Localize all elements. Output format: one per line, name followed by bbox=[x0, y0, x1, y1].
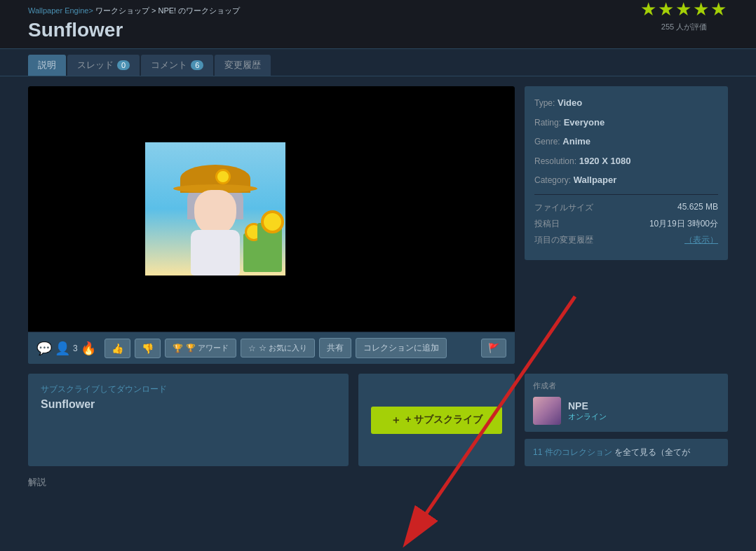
description-label: 解説 bbox=[28, 476, 728, 489]
tab-threads[interactable]: スレッド 0 bbox=[67, 55, 140, 76]
action-bar: 💬 👤 3 🔥 👍 👎 🏆 🏆 アワード ☆ ☆ お気に入り 共有 コレクション… bbox=[28, 332, 515, 364]
author-box: 作成者 NPE オンライン bbox=[525, 374, 728, 432]
tab-history[interactable]: 変更履歴 bbox=[215, 55, 271, 76]
collection-box: 11 件のコレクション を全て見る（全てが bbox=[525, 439, 728, 466]
threads-badge: 0 bbox=[117, 60, 130, 70]
collection-link[interactable]: 11 件のコレクション bbox=[533, 447, 612, 457]
author-avatar-image bbox=[533, 397, 561, 425]
person-emoji-icon: 👤 bbox=[55, 341, 70, 356]
author-name[interactable]: NPE bbox=[568, 400, 607, 411]
bg-sunflower-1 bbox=[257, 223, 282, 272]
info-sidebar: Type: Video Rating: Everyone Genre: Anim… bbox=[525, 86, 728, 364]
author-status: オンライン bbox=[568, 411, 607, 422]
author-info: NPE オンライン bbox=[533, 397, 720, 425]
emoji-count: 3 bbox=[73, 343, 78, 353]
author-header-label: 作成者 bbox=[533, 381, 720, 391]
subscribe-left: サブスクライブしてダウンロード Sunflower bbox=[28, 374, 349, 466]
star-icon: ☆ bbox=[248, 343, 256, 353]
fire-emoji-icon: 🔥 bbox=[81, 341, 96, 356]
main-preview-panel: 💬 👤 3 🔥 👍 👎 🏆 🏆 アワード ☆ ☆ お気に入り 共有 コレクション… bbox=[28, 86, 515, 364]
preview-area bbox=[28, 86, 515, 332]
subscribe-button[interactable]: ＋ + サブスクライブ bbox=[371, 407, 502, 434]
description-section: 解説 bbox=[0, 476, 756, 503]
info-updated: 投稿日 10月19日 3時00分 bbox=[534, 218, 718, 230]
rating-count: 255 人が評価 bbox=[640, 22, 728, 32]
info-changelog: 項目の変更履歴 （表示） bbox=[534, 234, 718, 246]
info-box: Type: Video Rating: Everyone Genre: Anim… bbox=[525, 86, 728, 260]
subscribe-label: サブスクライブしてダウンロード bbox=[41, 383, 336, 395]
subscribe-item-title: Sunflower bbox=[41, 398, 336, 411]
emoji-icons: 💬 👤 3 🔥 bbox=[36, 341, 96, 356]
breadcrumb: Wallpaper Engine> ワークショップ > NPE! のワークショッ… bbox=[28, 6, 240, 16]
collection-text: 11 件のコレクション を全て見る（全てが bbox=[533, 446, 720, 459]
info-rating: Rating: Everyone bbox=[534, 116, 718, 130]
comments-badge: 6 bbox=[191, 60, 203, 70]
face bbox=[194, 190, 236, 236]
info-genre: Genre: Anime bbox=[534, 135, 718, 149]
body bbox=[191, 230, 240, 276]
info-resolution: Resolution: 1920 X 1080 bbox=[534, 154, 718, 168]
subscribe-right-spacer: 作成者 NPE オンライン 11 件のコレクション を全て見る（全てが bbox=[525, 374, 728, 466]
flag-button[interactable]: 🚩 bbox=[481, 339, 506, 358]
collection-button[interactable]: コレクションに追加 bbox=[356, 338, 447, 358]
award-button[interactable]: 🏆 🏆 アワード bbox=[165, 339, 236, 358]
tab-comments[interactable]: コメント 6 bbox=[141, 55, 213, 76]
info-type: Type: Video bbox=[534, 96, 718, 110]
chat-emoji-icon: 💬 bbox=[36, 341, 52, 356]
changelog-link[interactable]: （表示） bbox=[684, 234, 718, 246]
author-avatar bbox=[533, 397, 561, 425]
subscribe-section: サブスクライブしてダウンロード Sunflower ＋ + サブスクライブ 作成… bbox=[0, 374, 756, 466]
thumbdown-button[interactable]: 👎 bbox=[135, 339, 161, 358]
tabs-bar: 説明 スレッド 0 コメント 6 変更履歴 bbox=[0, 49, 756, 76]
favorite-button[interactable]: ☆ ☆ お気に入り bbox=[241, 339, 315, 358]
star-rating: ★★★★★ bbox=[640, 0, 728, 20]
page-title: Sunflower bbox=[28, 19, 240, 41]
info-category: Category: Wallpaper bbox=[534, 173, 718, 187]
info-filesize: ファイルサイズ 45.625 MB bbox=[534, 202, 718, 214]
sunflower-on-hat bbox=[215, 169, 231, 184]
thumbup-button[interactable]: 👍 bbox=[104, 339, 130, 358]
anime-figure bbox=[173, 163, 257, 276]
share-button[interactable]: 共有 bbox=[319, 338, 351, 358]
plus-icon: ＋ bbox=[391, 414, 401, 427]
preview-image bbox=[145, 142, 285, 276]
award-icon: 🏆 bbox=[173, 343, 183, 353]
tab-description[interactable]: 説明 bbox=[28, 55, 66, 76]
